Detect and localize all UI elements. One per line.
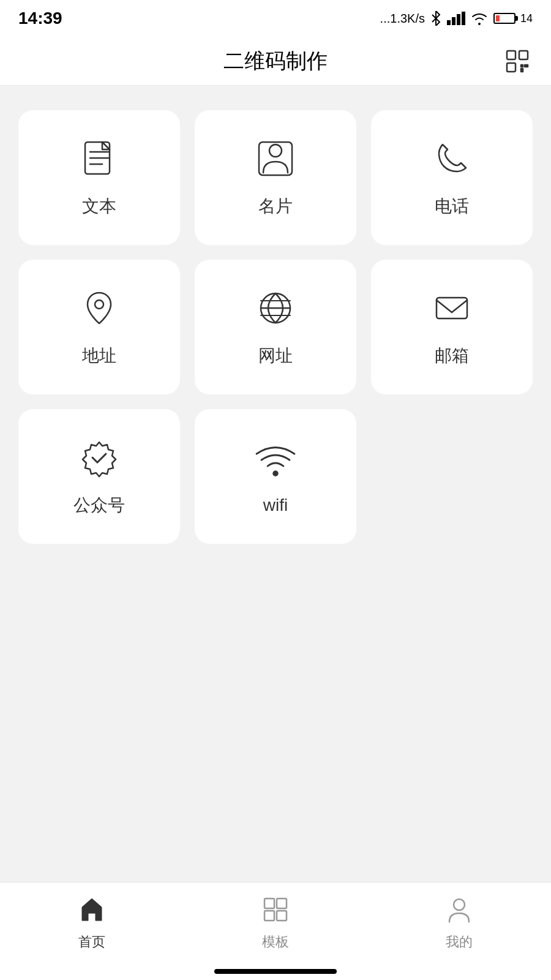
grid-item-text[interactable]: 文本 — [18, 110, 180, 245]
svg-rect-7 — [521, 65, 523, 67]
profile-icon — [444, 895, 474, 927]
grid-item-address[interactable]: 地址 — [18, 260, 180, 394]
svg-rect-2 — [457, 14, 460, 25]
status-time: 14:39 — [18, 9, 62, 28]
svg-rect-8 — [525, 65, 528, 67]
grid-item-card-label: 名片 — [258, 195, 293, 218]
svg-rect-23 — [264, 899, 274, 908]
svg-rect-9 — [521, 69, 523, 72]
svg-rect-21 — [437, 298, 467, 318]
status-icons: ...1.3K/s 14 — [380, 11, 533, 26]
svg-rect-6 — [507, 63, 515, 72]
bluetooth-icon — [430, 11, 442, 26]
nav-mine-label: 我的 — [446, 933, 473, 951]
scan-button[interactable] — [502, 46, 533, 77]
network-speed: ...1.3K/s — [380, 12, 425, 26]
battery-icon — [493, 13, 515, 24]
grid-item-official[interactable]: 公众号 — [18, 409, 180, 544]
grid-item-phone-label: 电话 — [435, 195, 469, 218]
svg-rect-3 — [462, 12, 465, 25]
grid-item-address-label: 地址 — [82, 344, 116, 368]
wifi-status-icon — [470, 11, 489, 26]
signal-icon — [447, 12, 465, 25]
document-icon — [78, 137, 121, 180]
svg-rect-5 — [519, 51, 528, 59]
nav-item-home[interactable]: 首页 — [0, 895, 184, 951]
location-icon — [78, 287, 121, 330]
page-title: 二维码制作 — [223, 47, 328, 75]
svg-rect-24 — [277, 899, 287, 908]
contact-card-icon — [254, 137, 297, 180]
svg-rect-26 — [277, 911, 287, 921]
home-indicator — [214, 969, 337, 974]
grid-item-text-label: 文本 — [82, 195, 116, 218]
svg-rect-1 — [452, 17, 455, 25]
grid-item-wifi-label: wifi — [263, 496, 288, 515]
bottom-nav: 首页 模板 我的 — [0, 882, 551, 980]
grid-item-card[interactable]: 名片 — [195, 110, 356, 245]
template-icon — [261, 895, 290, 927]
main-content: 文本 名片 电话 — [0, 86, 551, 562]
svg-rect-0 — [447, 20, 451, 25]
nav-template-label: 模板 — [262, 933, 289, 951]
svg-rect-25 — [264, 911, 274, 921]
svg-point-22 — [273, 471, 278, 476]
grid-item-email[interactable]: 邮箱 — [371, 260, 533, 394]
grid: 文本 名片 电话 — [18, 110, 533, 544]
wifi-icon — [254, 438, 297, 481]
grid-item-url[interactable]: 网址 — [195, 260, 356, 394]
svg-rect-4 — [507, 51, 515, 59]
grid-item-official-label: 公众号 — [73, 494, 125, 517]
status-bar: 14:39 ...1.3K/s 14 — [0, 0, 551, 37]
nav-home-label: 首页 — [78, 933, 105, 951]
email-icon — [430, 287, 473, 330]
home-icon — [77, 895, 107, 927]
nav-item-mine[interactable]: 我的 — [367, 895, 551, 951]
grid-item-email-label: 邮箱 — [435, 344, 469, 368]
grid-item-wifi[interactable]: wifi — [195, 409, 356, 544]
nav-item-template[interactable]: 模板 — [184, 895, 367, 951]
svg-point-16 — [95, 300, 103, 309]
battery-level: 14 — [520, 12, 533, 25]
verified-icon — [78, 436, 121, 479]
header: 二维码制作 — [0, 37, 551, 86]
globe-icon — [254, 287, 297, 330]
svg-point-27 — [454, 899, 465, 910]
grid-item-phone[interactable]: 电话 — [371, 110, 533, 245]
svg-point-14 — [269, 145, 282, 157]
phone-icon — [430, 137, 473, 180]
grid-item-url-label: 网址 — [258, 344, 293, 368]
